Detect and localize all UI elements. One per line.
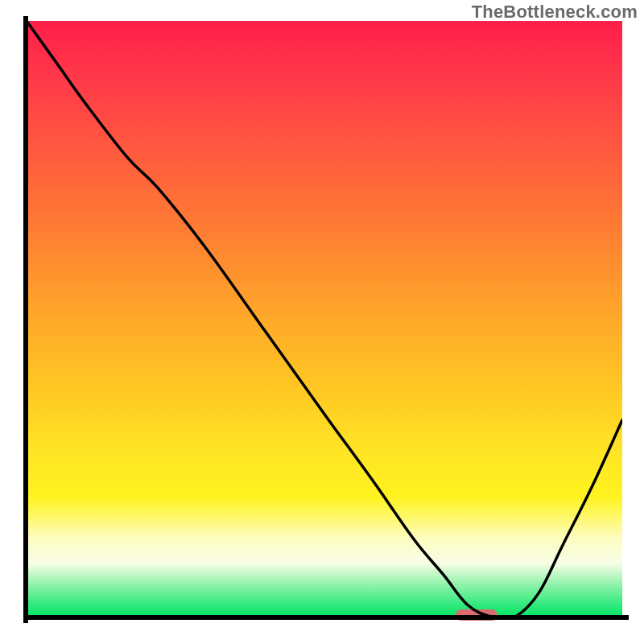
watermark-text: TheBottleneck.com	[472, 2, 638, 23]
bottleneck-curve	[27, 21, 622, 617]
curve-svg	[27, 21, 622, 617]
chart-stage: TheBottleneck.com	[0, 0, 644, 644]
plot-area	[27, 21, 622, 617]
